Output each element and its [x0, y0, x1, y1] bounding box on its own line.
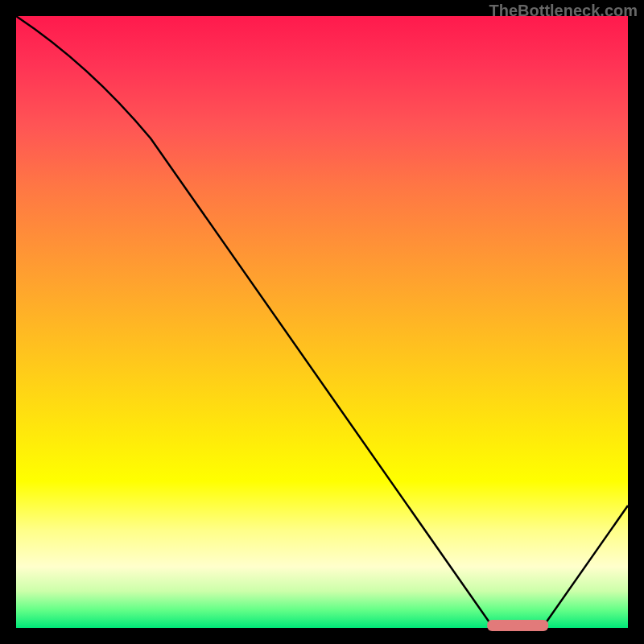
optimal-marker	[487, 620, 548, 631]
bottleneck-curve	[16, 16, 628, 628]
chart-overlay	[0, 0, 644, 644]
watermark-text: TheBottleneck.com	[489, 2, 638, 20]
axis-bottom	[0, 628, 644, 644]
axis-left	[0, 0, 16, 644]
